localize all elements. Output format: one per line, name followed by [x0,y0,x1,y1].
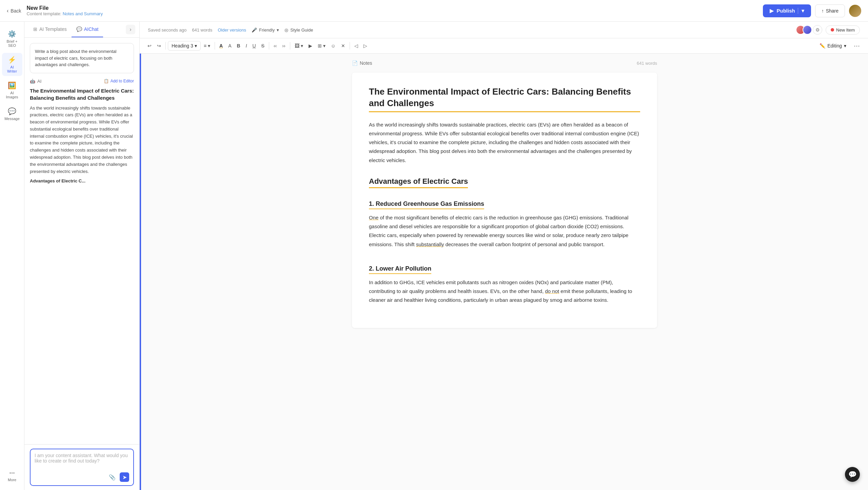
sidebar-label-ai-images: AI Images [5,91,19,99]
strikethrough-button[interactable]: S [259,41,267,50]
reduced-ghg-section: 1. Reduced Greenhouse Gas Emissions One … [369,194,640,249]
toolbar-divider-5 [350,42,350,50]
edit-pencil-icon: ✏️ [820,43,825,48]
sidebar-label-brief-seo: Brief + SEO [5,39,19,47]
tone-label: Friendly [259,27,275,33]
underline-icon: U [252,43,256,48]
share-label: Share [826,8,839,14]
history-forward-icon: ▷ [363,43,367,48]
format-right-icon: ›› [282,43,285,48]
file-subtitle: Content template: Notes and Summary [26,11,103,16]
side-panel: ⊞ AI Templates 💬 AIChat › Write a blog p… [24,22,140,490]
reduced-ghg-paragraph: One of the most significant benefits of … [369,213,640,249]
italic-button[interactable]: I [243,41,250,50]
editor-word-count: 641 words [637,61,657,66]
format-more-left-button[interactable]: ‹‹ [271,41,279,50]
attachment-button[interactable]: 📎 [107,472,117,482]
share-icon: ↑ [822,8,824,14]
strikethrough-icon: S [261,43,264,48]
emoji-button[interactable]: ☺ [329,41,338,50]
history-back-button[interactable]: ◁ [352,41,360,50]
tone-icon: 🎤 [252,27,257,33]
chat-prompt-box: Write a blog post about the environmenta… [30,43,134,73]
emoji-icon: ☺ [331,43,336,48]
publish-button[interactable]: ▶ Publish ▾ [763,4,811,17]
reduced-ghg-heading: 1. Reduced Greenhouse Gas Emissions [369,200,484,209]
ai-response-header: 🤖 AI 📋 Add to Editor [30,79,134,84]
ai-writer-icon: ⚡ [8,56,16,64]
panel-collapse-button[interactable]: › [126,25,135,34]
table-icon: ⊞ [318,43,322,48]
align-left-button[interactable]: ≡ ▾ [201,41,213,50]
toolbar-more-button[interactable]: ⋯ [851,40,863,51]
heading-select[interactable]: Heading 3 ▾ [168,41,201,51]
doc-content[interactable]: The Environmental Impact of Electric Car… [352,73,657,328]
sidebar-item-brief-seo[interactable]: ⚙️ Brief + SEO [2,27,22,50]
italic-icon: I [246,43,247,48]
tab-ai-templates[interactable]: ⊞ AI Templates [28,22,72,37]
topbar-right: ▶ Publish ▾ ↑ Share [763,4,861,17]
style-guide-button[interactable]: ◎ Style Guide [284,27,313,33]
collapse-icon: › [130,26,131,33]
play-button[interactable]: ▶ [306,41,315,50]
chat-input[interactable] [35,453,129,470]
table-chevron-icon: ▾ [323,43,326,48]
editor-doc: 📄 Notes 641 words The Environmental Impa… [352,60,657,328]
text-color-icon: A [219,43,223,48]
chat-bubble-button[interactable]: 💬 [845,467,860,482]
side-panel-tabs: ⊞ AI Templates 💬 AIChat › [24,22,139,38]
one-text: One [369,215,378,220]
undo-button[interactable]: ↩ [145,41,154,50]
sidebar-icons: ⚙️ Brief + SEO ⚡ AI Writer 🖼️ AI Images … [0,22,24,490]
ai-label: AI [37,79,41,84]
tab-aichat[interactable]: 💬 AIChat [72,22,103,37]
do-not-text: do not [545,288,559,294]
back-button[interactable]: ‹ Back [7,8,21,14]
brief-seo-icon: ⚙️ [8,30,16,38]
settings-button[interactable]: ⚙ [813,25,822,35]
add-to-editor-button[interactable]: 📋 Add to Editor [104,79,134,83]
more-icon: ··· [9,469,15,476]
toolbar-divider-4 [290,42,290,50]
new-item-button[interactable]: New Item [826,25,860,35]
send-button[interactable]: ➤ [120,472,129,482]
history-forward-button[interactable]: ▷ [361,41,370,50]
topbar-left: ‹ Back New File Content template: Notes … [7,5,103,16]
sidebar-item-message[interactable]: 💬 Message [2,104,22,123]
aichat-tab-icon: 💬 [76,26,82,32]
template-link[interactable]: Notes and Summary [63,11,103,16]
intro-section: As the world increasingly shifts towards… [369,120,640,165]
underline-button[interactable]: U [250,41,258,50]
format-left-icon: ‹‹ [274,43,277,48]
older-versions-button[interactable]: Older versions [218,27,246,33]
bold-button[interactable]: B [234,41,242,50]
chat-input-area: 📎 ➤ [24,444,139,490]
tone-button[interactable]: 🎤 Friendly ▾ [252,27,279,33]
sidebar-item-ai-images[interactable]: 🖼️ AI Images [2,79,22,102]
format-toolbar: ↩ ↪ Heading 3 ▾ ≡ ▾ A A B [140,38,868,54]
format-more-right-button[interactable]: ›› [280,41,288,50]
sidebar-item-more[interactable]: ··· More [2,466,22,485]
highlight-button[interactable]: A [226,41,234,50]
add-editor-label: Add to Editor [111,79,134,83]
image-button[interactable]: 🖼 ▾ [292,41,305,50]
aichat-tab-label: AIChat [84,26,99,32]
share-button[interactable]: ↑ Share [815,4,845,17]
chat-input-actions: 📎 ➤ [35,472,129,482]
sidebar-item-ai-writer[interactable]: ⚡ AI Writer [2,53,22,76]
redo-button[interactable]: ↪ [155,41,163,50]
text-color-button[interactable]: A [217,41,225,50]
align-chevron-icon: ▾ [208,43,210,48]
table-button[interactable]: ⊞ ▾ [315,41,328,50]
clear-format-button[interactable]: ✕ [339,41,348,50]
collab-avatars [796,25,809,35]
main-layout: ⚙️ Brief + SEO ⚡ AI Writer 🖼️ AI Images … [0,22,868,490]
back-label: Back [11,8,21,14]
chat-input-wrapper: 📎 ➤ [30,449,134,486]
air-pollution-paragraph: In addition to GHGs, ICE vehicles emit p… [369,278,640,305]
user-avatar[interactable] [849,5,861,17]
editing-label: Editing [827,43,842,48]
align-left-icon: ≡ [204,43,206,48]
meta-bar-right: ⚙ New Item [796,25,860,35]
editing-mode-button[interactable]: ✏️ Editing ▾ [816,41,850,50]
